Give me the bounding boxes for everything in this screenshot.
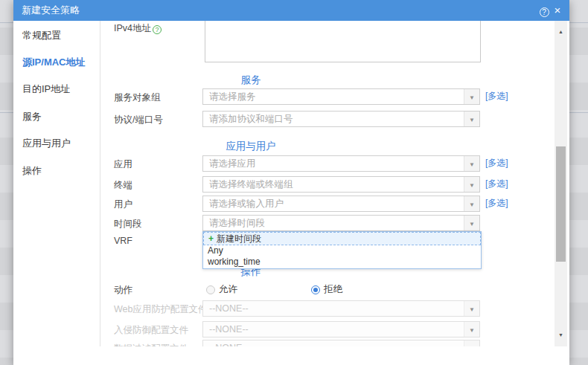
sidebar-item-dest-ip[interactable]: 目的IP地址 (22, 83, 70, 96)
time-range-label: 时间段 (114, 218, 142, 230)
field-help-icon[interactable]: ? (153, 25, 162, 34)
chevron-down-icon[interactable]: ▼ (464, 112, 479, 126)
user-select[interactable]: 请选择或输入用户 ▼ (202, 196, 480, 212)
time-range-option-any[interactable]: Any (203, 245, 481, 256)
plus-icon: + (208, 233, 214, 244)
terminal-label: 终端 (114, 179, 132, 192)
chevron-down-icon: ▼ (464, 340, 479, 346)
dialog-header: 新建安全策略 ? × (13, 0, 569, 21)
ips-profile-select: --NONE-- ▼ (202, 321, 480, 337)
app-select[interactable]: 请选择应用 ▼ (202, 155, 480, 172)
chevron-down-icon: ▼ (464, 322, 479, 337)
sidebar-item-service[interactable]: 服务 (22, 110, 42, 123)
terminal-multi-select-link[interactable]: [多选] (485, 178, 508, 190)
protocol-port-select[interactable]: 请添加协议和端口号 ▼ (202, 111, 480, 127)
service-group-label: 服务对象组 (114, 91, 161, 104)
ipv4-address-textarea[interactable] (205, 21, 481, 62)
section-title-app-user: 应用与用户 (158, 140, 344, 153)
sidebar-item-app-user[interactable]: 应用与用户 (22, 137, 71, 150)
radio-checked-icon (311, 285, 320, 294)
ipv4-address-label: IPv4地址? (114, 22, 162, 35)
time-range-option-working-time[interactable]: working_time (203, 256, 481, 268)
user-multi-select-link[interactable]: [多选] (485, 197, 508, 210)
waf-profile-label: Web应用防护配置文件 (114, 303, 207, 316)
chevron-down-icon: ▼ (464, 301, 479, 316)
section-title-service: 服务 (158, 74, 344, 87)
ips-profile-label: 入侵防御配置文件 (114, 324, 188, 337)
chevron-down-icon[interactable]: ▼ (464, 89, 479, 104)
waf-profile-select: --NONE-- ▼ (202, 300, 480, 317)
radio-deny[interactable]: 拒绝 (311, 283, 342, 296)
close-icon[interactable]: × (552, 0, 563, 21)
chevron-down-icon[interactable]: ▼ (464, 177, 479, 192)
dialog-sidebar: 常规配置 源IP/MAC地址 目的IP地址 服务 应用与用户 操作 (13, 21, 100, 346)
app-label: 应用 (114, 158, 132, 171)
vertical-scrollbar[interactable]: ▲ ▼ (555, 21, 567, 346)
service-group-select[interactable]: 请选择服务 ▼ (202, 88, 480, 105)
protocol-port-label: 协议/端口号 (114, 114, 163, 126)
data-filter-profile-select: --NONE-- ▼ (202, 340, 480, 346)
chevron-down-icon[interactable]: ▼ (464, 196, 479, 211)
time-range-dropdown-panel: +新建时间段 Any working_time (202, 231, 482, 269)
chevron-down-icon[interactable]: ▼ (464, 216, 479, 230)
terminal-select[interactable]: 请选择终端或终端组 ▼ (202, 176, 480, 193)
time-range-select[interactable]: 请选择时间段 ▼ (202, 215, 480, 231)
new-security-policy-dialog: 新建安全策略 ? × 常规配置 源IP/MAC地址 目的IP地址 服务 应用与用… (13, 0, 569, 365)
dialog-title: 新建安全策略 (22, 4, 80, 16)
data-filter-profile-label: 数据过滤配置文件 (114, 343, 188, 346)
chevron-down-icon[interactable]: ▼ (464, 156, 479, 171)
scroll-down-icon[interactable]: ▼ (555, 330, 567, 340)
vrf-label: VRF (114, 236, 132, 246)
sidebar-item-action[interactable]: 操作 (22, 164, 42, 178)
create-time-range-option[interactable]: +新建时间段 (203, 232, 481, 245)
radio-allow[interactable]: 允许 (206, 283, 237, 296)
app-multi-select-link[interactable]: [多选] (485, 157, 508, 169)
scroll-up-icon[interactable]: ▲ (555, 27, 567, 37)
help-icon[interactable]: ? (538, 0, 550, 21)
sidebar-item-general-config[interactable]: 常规配置 (22, 29, 61, 42)
radio-unchecked-icon (206, 285, 215, 294)
scrollbar-thumb[interactable] (556, 146, 566, 262)
user-label: 用户 (114, 198, 132, 211)
sidebar-item-source-ip-mac[interactable]: 源IP/MAC地址 (22, 56, 86, 69)
form-scroll-area: IPv4地址? 服务 服务对象组 请选择服务 ▼ [多选] 协议/端口号 请添加… (101, 21, 555, 346)
action-label: 动作 (114, 284, 132, 297)
service-group-multi-select-link[interactable]: [多选] (485, 90, 508, 103)
